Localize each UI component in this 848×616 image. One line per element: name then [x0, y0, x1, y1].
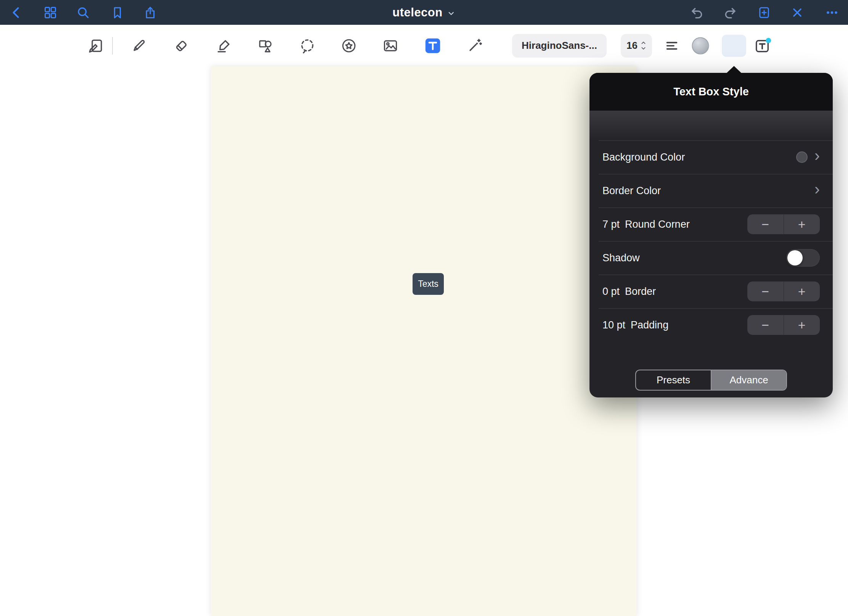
- toolbar-divider: [112, 37, 113, 55]
- text-align-button[interactable]: [663, 37, 681, 55]
- chevron-right-icon: ›: [814, 181, 820, 197]
- font-family-value: HiraginoSans-...: [522, 40, 597, 51]
- font-size-stepper[interactable]: 16: [621, 34, 652, 58]
- plus-icon: +: [798, 217, 806, 232]
- text-tool-button[interactable]: [423, 36, 442, 55]
- document-title: utelecon: [392, 6, 442, 19]
- laser-pointer-icon: [466, 37, 483, 54]
- image-tool-button[interactable]: [381, 36, 400, 55]
- border-width-label: Border: [625, 286, 656, 298]
- border-decrease-button[interactable]: −: [747, 281, 784, 301]
- background-color-label: Background Color: [602, 151, 685, 163]
- padding-row: 10 pt Padding − +: [589, 308, 833, 342]
- border-color-label: Border Color: [602, 185, 661, 197]
- pen-tool-button[interactable]: [129, 36, 148, 55]
- tool-bar: HiraginoSans-... 16: [0, 25, 848, 66]
- padding-label: Padding: [631, 319, 668, 331]
- grid-icon: [43, 6, 57, 19]
- popover-title: Text Box Style: [589, 73, 833, 111]
- close-button[interactable]: [790, 5, 805, 20]
- undo-icon: [690, 6, 704, 19]
- round-corner-value: 7 pt: [602, 219, 620, 230]
- text-style-settings-button[interactable]: [753, 36, 772, 55]
- text-box-style-popover: Text Box Style Background Color › Border…: [589, 73, 833, 397]
- more-button[interactable]: [824, 5, 840, 20]
- round-corner-label: Round Corner: [625, 219, 690, 230]
- padding-increase-button[interactable]: +: [784, 315, 820, 335]
- font-size-chevrons: [641, 41, 646, 50]
- bookmark-button[interactable]: [110, 5, 125, 20]
- padding-decrease-button[interactable]: −: [747, 315, 784, 335]
- highlighter-tool-button[interactable]: [214, 36, 233, 55]
- round-corner-decrease-button[interactable]: −: [747, 214, 784, 234]
- border-width-row: 0 pt Border − +: [589, 275, 833, 308]
- chevron-down-icon: [641, 46, 646, 50]
- text-box-badge-icon: [754, 37, 771, 55]
- font-size-value: 16: [626, 40, 638, 51]
- shadow-label: Shadow: [602, 252, 640, 264]
- popover-caret: [726, 66, 742, 73]
- pen-icon: [130, 37, 147, 54]
- back-chevron-icon: [10, 6, 23, 19]
- star-circle-icon: [340, 37, 357, 54]
- minus-icon: −: [761, 217, 769, 232]
- text-tool-icon: [424, 37, 441, 54]
- ellipsis-icon: [825, 6, 839, 19]
- minus-icon: −: [761, 318, 769, 333]
- close-icon: [790, 6, 804, 19]
- font-family-selector[interactable]: HiraginoSans-...: [512, 34, 607, 58]
- elements-tool-button[interactable]: [339, 36, 358, 55]
- text-color-button[interactable]: [692, 37, 709, 54]
- add-page-icon: [757, 6, 771, 19]
- eraser-tool-button[interactable]: [172, 36, 191, 55]
- view-mode-button[interactable]: [87, 36, 106, 55]
- page-edit-icon: [88, 37, 104, 54]
- advance-tab[interactable]: Advance: [711, 370, 786, 390]
- document-page[interactable]: Texts: [211, 66, 637, 616]
- undo-button[interactable]: [689, 5, 705, 20]
- thumbnails-button[interactable]: [43, 5, 58, 20]
- laser-pointer-button[interactable]: [465, 36, 484, 55]
- presets-tab[interactable]: Presets: [636, 370, 711, 390]
- text-box-content: Texts: [418, 279, 438, 289]
- shadow-row: Shadow: [589, 241, 833, 275]
- eraser-icon: [173, 37, 190, 54]
- shapes-tool-button[interactable]: [255, 36, 275, 55]
- chevron-down-icon: [447, 9, 456, 18]
- highlighter-icon: [215, 37, 232, 54]
- search-button[interactable]: [75, 5, 91, 20]
- redo-icon: [723, 6, 737, 19]
- share-button[interactable]: [143, 5, 158, 20]
- plus-icon: +: [798, 318, 806, 333]
- image-icon: [382, 37, 399, 54]
- chevron-up-icon: [641, 41, 646, 45]
- redo-button[interactable]: [723, 5, 738, 20]
- padding-stepper: − +: [747, 315, 820, 335]
- align-left-icon: [664, 38, 679, 53]
- round-corner-stepper: − +: [747, 214, 820, 234]
- chevron-right-icon: ›: [814, 148, 820, 164]
- text-box-style-button[interactable]: [722, 35, 746, 57]
- background-color-row[interactable]: Background Color ›: [589, 140, 833, 174]
- round-corner-increase-button[interactable]: +: [784, 214, 820, 234]
- document-title-menu[interactable]: utelecon: [392, 6, 455, 19]
- add-page-button[interactable]: [756, 5, 772, 20]
- padding-value: 10 pt: [602, 319, 625, 331]
- minus-icon: −: [761, 284, 769, 299]
- selected-text-box[interactable]: Texts: [413, 273, 444, 295]
- share-icon: [143, 6, 157, 19]
- shadow-toggle[interactable]: [786, 249, 820, 267]
- top-navigation-bar: utelecon: [0, 0, 848, 25]
- bookmark-icon: [111, 6, 124, 19]
- presets-advance-segmented-control: Presets Advance: [635, 370, 787, 391]
- border-color-row[interactable]: Border Color ›: [589, 174, 833, 207]
- back-button[interactable]: [9, 5, 24, 20]
- lasso-icon: [299, 37, 316, 54]
- popover-header-gradient: [589, 111, 833, 140]
- shapes-icon: [257, 37, 273, 54]
- border-width-value: 0 pt: [602, 286, 620, 298]
- toggle-knob: [787, 250, 803, 265]
- border-increase-button[interactable]: +: [784, 281, 820, 301]
- lasso-tool-button[interactable]: [298, 36, 317, 55]
- border-width-stepper: − +: [747, 281, 820, 301]
